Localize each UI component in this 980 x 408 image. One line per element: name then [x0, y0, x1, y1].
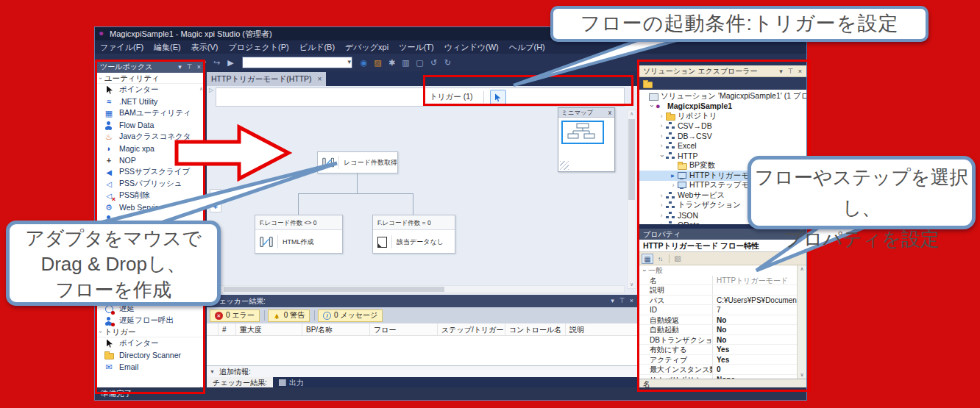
tree-chevron-icon[interactable] — [658, 122, 665, 129]
property-pages-icon[interactable] — [672, 254, 683, 264]
tree-chevron-icon[interactable] — [647, 102, 655, 110]
property-row[interactable]: 最大インスタンス数 0 — [639, 365, 797, 375]
tree-chevron-icon[interactable] — [658, 221, 665, 224]
property-row[interactable]: パス C:¥Users¥PS¥Documents¥m — [639, 296, 797, 306]
property-row[interactable]: 名 HTTPトリガーモード — [639, 276, 797, 286]
property-row[interactable]: DBトランザクション No — [639, 335, 797, 346]
minimap[interactable]: ミニマップ x — [558, 107, 615, 172]
flow-branch-no-data[interactable]: F.レコード件数 = 0 該当データなし — [372, 215, 455, 254]
checker-close-icon[interactable]: × — [627, 296, 636, 306]
tree-chevron-icon[interactable] — [658, 201, 665, 209]
flow-branch-html-create[interactable]: F.レコード件数 <> 0 HTML作成 — [255, 215, 343, 254]
toolbox-item[interactable]: BAMユーティリティ — [96, 107, 205, 119]
additional-info-row[interactable]: ▼ 追加情報: — [207, 365, 638, 377]
layout-icon[interactable] — [400, 57, 412, 69]
tab-checker-results[interactable]: チェッカー結果: — [207, 377, 273, 388]
tree-row[interactable]: ▶ CSV→DB — [639, 121, 806, 132]
minimap-close-icon[interactable]: x — [608, 108, 611, 117]
flow-canvas[interactable]: ▷ トリガー (1) レコード件数取得 F.レコード件数 — [207, 86, 638, 295]
property-row[interactable]: ID 7 — [639, 305, 797, 315]
menu-item[interactable]: ファイル(F) — [95, 40, 149, 54]
toolbox-item[interactable]: ポインター — [96, 337, 205, 349]
menu-item[interactable]: プロジェクト(P) — [223, 40, 294, 54]
errors-filter-button[interactable]: 0 エラー — [210, 309, 260, 322]
scroll-up-icon[interactable]: ∧ — [199, 86, 203, 92]
tree-chevron-icon[interactable] — [670, 182, 677, 189]
messages-filter-button[interactable]: 0 メッセージ — [318, 309, 383, 322]
tree-row[interactable]: ▶ Excel — [639, 141, 806, 151]
nav-forward-icon[interactable] — [210, 57, 223, 69]
tab-http-trigger-mode[interactable]: HTTPトリガーモード(HTTP) × — [207, 72, 326, 86]
toolbox-item[interactable]: PSS削除 — [96, 190, 205, 201]
tab-output[interactable]: 出力 — [273, 377, 310, 388]
column-header[interactable]: # — [219, 323, 236, 335]
property-row[interactable]: 有効にする Yes — [639, 345, 797, 355]
zoom-fit-icon[interactable]: ✦ — [210, 189, 221, 200]
property-row[interactable]: 自動起動 No — [639, 325, 797, 335]
checker-menu-icon[interactable]: ▾ — [608, 296, 617, 306]
search-combobox[interactable] — [242, 57, 352, 68]
redo-icon[interactable] — [441, 57, 454, 69]
toolbox-item[interactable]: Web Service — [96, 201, 205, 213]
menu-item[interactable]: ウィンドウ(W) — [439, 40, 504, 54]
tree-row[interactable]: ▶ ソリューション 'MagicxpiSample1' (1 プロジェクト) — [639, 91, 806, 101]
zoom-in-icon[interactable]: + — [210, 201, 221, 212]
canvas-horizontal-scrollbar[interactable] — [216, 285, 625, 293]
toolbox-item[interactable]: Flow Data — [96, 119, 205, 131]
folder-options-icon[interactable] — [372, 57, 384, 69]
toolbox-item[interactable]: Directory Scanner — [96, 349, 205, 361]
explorer-menu-icon[interactable]: ▾ — [776, 66, 786, 76]
property-row[interactable]: 自動繰返 No — [639, 315, 797, 326]
find-icon[interactable] — [358, 57, 370, 69]
menu-item[interactable]: デバッグxpi — [340, 40, 394, 54]
menu-item[interactable]: ヘルプ(H) — [504, 40, 550, 54]
trigger-bar[interactable]: トリガー (1) — [216, 87, 625, 107]
canvas-vertical-scrollbar[interactable]: ∧ ∨ — [627, 110, 636, 289]
tree-row[interactable]: ▶ MagicxpiSample1 — [639, 101, 806, 112]
property-group-general[interactable]: 一般 — [639, 265, 797, 276]
toolbox-item[interactable]: Magic xpa — [96, 143, 205, 154]
tree-chevron-icon[interactable] — [658, 112, 665, 120]
menu-item[interactable]: 編集(E) — [149, 40, 186, 54]
tree-chevron-icon[interactable] — [658, 212, 665, 219]
categorize-icon[interactable] — [642, 254, 653, 264]
toolbox-item[interactable]: Email — [96, 361, 205, 373]
tree-row[interactable]: ▶ リポジトリ — [639, 111, 806, 121]
toolbox-item[interactable]: 遅延フロー呼出 — [96, 315, 205, 326]
toolbox-item[interactable]: ポインター — [96, 84, 205, 96]
canvas-expander-icon[interactable]: ▷ — [209, 87, 213, 93]
toolbox-item[interactable]: Javaクラスコネクタ — [96, 131, 205, 143]
column-header[interactable]: 説明 — [566, 323, 638, 335]
property-row[interactable]: 説明 — [639, 285, 797, 296]
menu-item[interactable]: ツール(T) — [394, 40, 439, 54]
column-header[interactable]: フロー — [370, 323, 438, 335]
checker-pin-icon[interactable]: ⊤ — [617, 296, 627, 306]
sort-az-icon[interactable] — [654, 254, 666, 264]
column-header[interactable]: 重大度 — [236, 323, 302, 335]
warnings-filter-button[interactable]: 0 警告 — [268, 309, 310, 322]
tree-chevron-icon[interactable] — [658, 132, 665, 140]
tree-row[interactable]: ▶ DB→CSV — [639, 131, 806, 141]
menu-item[interactable]: ビルド(B) — [294, 40, 340, 54]
toolbox-menu-icon[interactable]: ▾ — [175, 62, 185, 72]
undo-icon[interactable] — [427, 57, 440, 69]
explorer-pin-icon[interactable]: ⊤ — [786, 66, 795, 76]
tools-icon[interactable] — [386, 57, 398, 69]
window-icon[interactable] — [413, 57, 426, 69]
explorer-close-icon[interactable]: × — [795, 66, 805, 76]
column-header[interactable]: コントロール名 — [505, 323, 566, 335]
toolbox-item[interactable]: PSSパブリッシュ — [96, 178, 205, 190]
column-header[interactable]: BP/名称 — [302, 323, 370, 335]
tree-chevron-icon[interactable] — [658, 142, 665, 149]
tree-chevron-icon[interactable] — [658, 192, 665, 199]
run-icon[interactable] — [224, 57, 237, 69]
tab-close-icon[interactable]: × — [318, 72, 322, 86]
toolbox-item[interactable]: PSSサブスクライブ — [96, 166, 205, 178]
properties-scrollbar[interactable]: ∧ ∨ — [797, 265, 806, 379]
property-row[interactable]: アクティブ Yes — [639, 355, 797, 365]
menu-item[interactable]: 表示(V) — [186, 40, 224, 54]
flow-step-get-record-count[interactable]: レコード件数取得 — [317, 151, 398, 173]
column-header[interactable]: ステップ/トリガー — [438, 323, 505, 335]
toolbox-pin-icon[interactable]: ⊤ — [185, 62, 194, 72]
toolbox-section-trigger[interactable]: › トリガー — [96, 326, 205, 337]
